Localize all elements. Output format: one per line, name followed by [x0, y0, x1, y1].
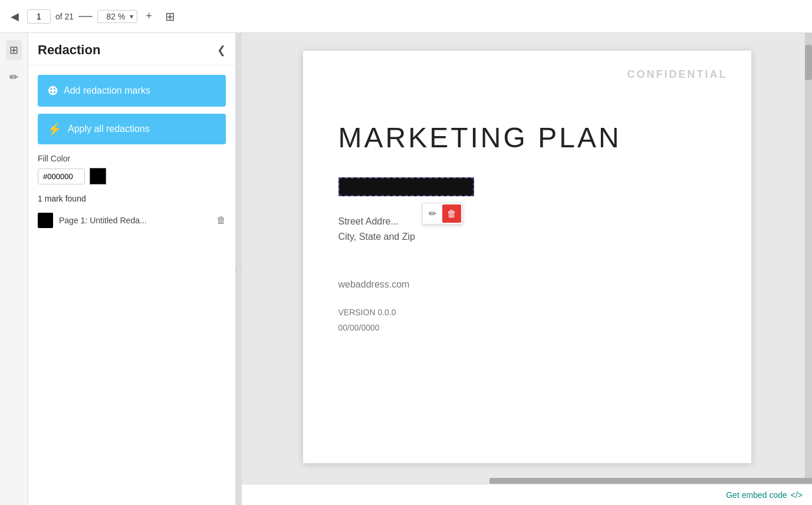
embed-code-link[interactable]: Get embed code </> [726, 490, 803, 500]
panel-resize-handle[interactable]: ⋮⋮ [236, 33, 242, 505]
panel-title: Redaction [38, 42, 100, 58]
redaction-context-toolbar: ✏ 🗑 [422, 203, 463, 225]
fill-color-label: Fill Color [38, 154, 226, 163]
prev-page-button[interactable]: ◀ [7, 8, 22, 25]
address-line-1: Street Addre... [338, 214, 716, 229]
panel-content: ⊕ Add redaction marks ⚡ Apply all redact… [28, 65, 235, 241]
h-scrollbar-thumb[interactable] [489, 478, 812, 484]
grid-view-button[interactable]: ⊞ [6, 40, 22, 60]
horizontal-scrollbar[interactable] [489, 478, 805, 484]
panel-collapse-button[interactable]: ❮ [217, 44, 226, 57]
mark-delete-button[interactable]: 🗑 [216, 215, 226, 226]
bottom-bar: Get embed code </> [242, 484, 812, 505]
apply-redaction-label: Apply all redactions [68, 124, 150, 134]
marks-found-section: 1 mark found Page 1: Untitled Reda... 🗑 [38, 194, 226, 232]
color-hex-input[interactable] [38, 169, 85, 184]
vertical-scrollbar[interactable] [805, 33, 812, 505]
embed-icon: </> [791, 490, 803, 500]
add-redaction-marks-button[interactable]: ⊕ Add redaction marks [38, 75, 226, 107]
pdf-document-title: MARKETING PLAN [338, 121, 716, 154]
marks-found-label: 1 mark found [38, 194, 226, 203]
fill-color-row [38, 168, 226, 184]
color-swatch[interactable] [90, 168, 106, 184]
address-text-2: City, State and Zip [338, 232, 415, 242]
embed-label: Get embed code [726, 490, 787, 500]
zoom-dropdown-arrow[interactable]: ▾ [130, 12, 133, 21]
scrollbar-thumb[interactable] [805, 45, 812, 80]
panel-header: Redaction ❮ [28, 33, 235, 65]
icon-strip: ⊞ ✏ [0, 33, 28, 505]
main-layout: ⊞ ✏ Redaction ❮ ⊕ Add redaction marks ⚡ … [0, 33, 812, 505]
pdf-spacer [338, 244, 716, 279]
mark-color-swatch [38, 213, 53, 228]
zoom-value-label: 82 % [101, 12, 130, 21]
divider [78, 16, 93, 17]
add-redaction-label: Add redaction marks [64, 85, 150, 96]
pdf-web-address: webaddress.com [338, 279, 716, 290]
address-line-2: City, State and Zip [338, 229, 716, 245]
zoom-in-button[interactable]: + [142, 8, 156, 25]
total-pages-label: of 21 [55, 12, 74, 21]
fill-color-section: Fill Color [38, 154, 226, 184]
pdf-page: CONFIDENTIAL MARKETING PLAN ✏ 🗑 Street A… [303, 51, 751, 463]
lightning-icon: ⚡ [47, 122, 62, 136]
mark-name-label: Page 1: Untitled Reda... [59, 216, 211, 225]
fit-page-button[interactable]: ⊞ [160, 7, 180, 26]
page-number-input[interactable] [27, 9, 51, 24]
confidential-watermark: CONFIDENTIAL [627, 68, 728, 81]
pdf-viewer: CONFIDENTIAL MARKETING PLAN ✏ 🗑 Street A… [242, 33, 812, 505]
address-text-1: Street Addre... [338, 216, 399, 226]
zoom-container: 82 % ▾ [97, 10, 137, 23]
edit-redaction-button[interactable]: ✏ [424, 204, 441, 223]
pen-tool-button[interactable]: ✏ [6, 67, 22, 87]
pdf-version: VERSION 0.0.0 [338, 308, 716, 317]
plus-circle-icon: ⊕ [47, 83, 58, 98]
top-toolbar: ◀ of 21 82 % ▾ + ⊞ [0, 0, 812, 33]
redaction-mark[interactable]: ✏ 🗑 [338, 177, 474, 196]
apply-all-redactions-button[interactable]: ⚡ Apply all redactions [38, 114, 226, 144]
redaction-panel: Redaction ❮ ⊕ Add redaction marks ⚡ Appl… [28, 33, 236, 505]
pdf-date: 00/00/0000 [338, 323, 716, 332]
list-item: Page 1: Untitled Reda... 🗑 [38, 209, 226, 232]
delete-redaction-button[interactable]: 🗑 [442, 204, 461, 223]
